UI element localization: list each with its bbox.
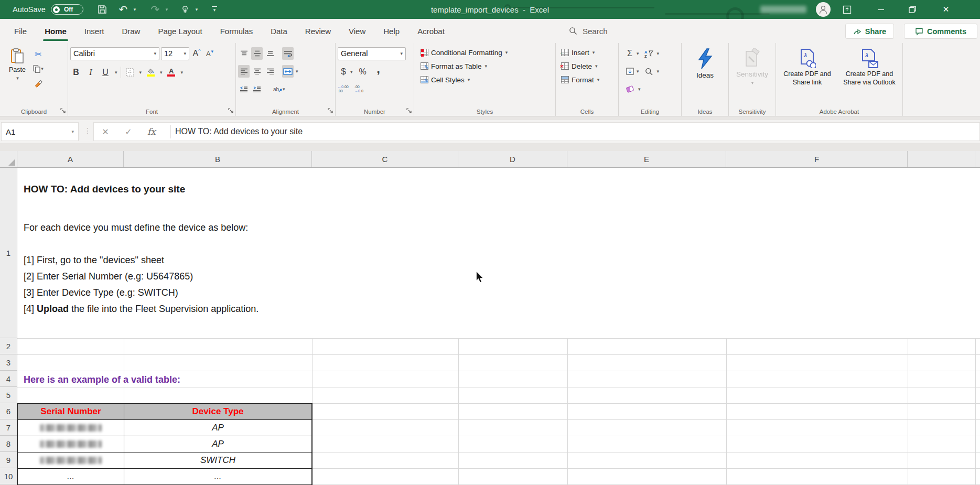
wrap-text-button[interactable] bbox=[282, 47, 294, 60]
row-header-10[interactable]: 10 bbox=[0, 468, 17, 484]
cancel-entry-button[interactable]: ✕ bbox=[94, 127, 117, 137]
align-middle-button[interactable] bbox=[251, 47, 263, 60]
align-right-button[interactable] bbox=[264, 65, 276, 78]
tab-page-layout[interactable]: Page Layout bbox=[149, 19, 211, 43]
column-header-b[interactable]: B bbox=[124, 151, 312, 167]
customize-quick-access-button[interactable]: ▾ bbox=[209, 0, 220, 19]
redo-menu-caret[interactable]: ▾ bbox=[163, 0, 170, 19]
autosum-button[interactable]: Σ bbox=[624, 47, 636, 60]
format-painter-button[interactable] bbox=[33, 77, 44, 90]
create-pdf-share-link-button[interactable]: λ Create PDF and Share link bbox=[778, 46, 836, 104]
percent-style-button[interactable]: % bbox=[357, 66, 369, 78]
tab-acrobat[interactable]: Acrobat bbox=[408, 19, 454, 43]
font-color-button[interactable]: A bbox=[166, 66, 177, 79]
autosave-toggle[interactable]: Off bbox=[51, 4, 83, 15]
ideas-button[interactable]: Ideas bbox=[684, 46, 726, 104]
delete-cells-button[interactable]: × Delete ▾ bbox=[561, 59, 616, 73]
formula-bar-drag-handle[interactable]: ⋮ bbox=[84, 126, 91, 135]
font-dialog-launcher[interactable] bbox=[228, 108, 234, 114]
tab-review[interactable]: Review bbox=[296, 19, 340, 43]
touch-mode-button[interactable] bbox=[178, 0, 192, 19]
user-avatar[interactable] bbox=[816, 2, 831, 17]
conditional-formatting-button[interactable]: Conditional Formatting ▾ bbox=[421, 46, 553, 59]
font-name-combo[interactable]: Calibri▾ bbox=[70, 47, 159, 60]
align-center-button[interactable] bbox=[251, 65, 263, 78]
number-format-combo[interactable]: General▾ bbox=[338, 47, 406, 60]
cut-button[interactable]: ✂ bbox=[33, 48, 44, 60]
row-header-3[interactable]: 3 bbox=[0, 354, 17, 371]
close-button[interactable]: ✕ bbox=[934, 0, 957, 19]
sheet-grid[interactable]: 1 2 3 4 5 6 7 8 9 10 HOW TO: Add devices… bbox=[0, 168, 980, 485]
column-header-f[interactable]: F bbox=[726, 151, 908, 167]
format-cells-button[interactable]: Format ▾ bbox=[561, 73, 616, 87]
minimize-button[interactable] bbox=[869, 0, 892, 19]
confirm-entry-button[interactable]: ✓ bbox=[117, 127, 140, 137]
tab-data[interactable]: Data bbox=[262, 19, 296, 43]
share-button[interactable]: Share bbox=[845, 24, 894, 39]
font-size-combo[interactable]: 12▾ bbox=[161, 47, 189, 60]
clipboard-dialog-launcher[interactable] bbox=[60, 108, 66, 114]
decrease-indent-button[interactable] bbox=[238, 83, 250, 95]
accounting-format-button[interactable]: $ bbox=[338, 66, 349, 78]
underline-button[interactable]: U bbox=[100, 66, 111, 79]
shrink-font-button[interactable]: A▾ bbox=[204, 47, 216, 60]
tab-file[interactable]: File bbox=[5, 19, 36, 43]
tab-formulas[interactable]: Formulas bbox=[211, 19, 262, 43]
borders-button[interactable] bbox=[124, 66, 136, 79]
column-header-e[interactable]: E bbox=[567, 151, 726, 167]
cell-styles-button[interactable]: ✎ Cell Styles ▾ bbox=[421, 73, 553, 87]
align-left-button[interactable] bbox=[238, 65, 250, 78]
tab-draw[interactable]: Draw bbox=[113, 19, 149, 43]
fill-button[interactable] bbox=[624, 65, 636, 78]
align-bottom-button[interactable] bbox=[264, 47, 276, 60]
insert-function-button[interactable]: fx bbox=[140, 126, 163, 137]
column-header-g[interactable] bbox=[908, 151, 975, 167]
undo-menu-caret[interactable]: ▾ bbox=[131, 0, 138, 19]
row-header-5[interactable]: 5 bbox=[0, 387, 17, 403]
comments-button[interactable]: Comments bbox=[904, 24, 977, 39]
column-header-d[interactable]: D bbox=[458, 151, 567, 167]
increase-indent-button[interactable] bbox=[251, 83, 263, 95]
restore-button[interactable] bbox=[901, 0, 924, 19]
comma-style-button[interactable]: , bbox=[373, 66, 384, 78]
decrease-decimal-button[interactable]: .00→0.0 bbox=[354, 82, 366, 95]
bold-button[interactable]: B bbox=[70, 66, 82, 79]
orientation-button[interactable]: ab▾ bbox=[273, 83, 285, 95]
alignment-dialog-launcher[interactable] bbox=[328, 108, 333, 114]
redo-button[interactable]: ↷ bbox=[148, 0, 162, 19]
undo-button[interactable]: ↶ bbox=[116, 0, 130, 19]
merge-center-button[interactable] bbox=[282, 65, 294, 78]
insert-cells-button[interactable]: ← Insert ▾ bbox=[561, 46, 616, 59]
grow-font-button[interactable]: A^ bbox=[191, 47, 202, 60]
paste-button[interactable]: Paste ▾ bbox=[2, 46, 33, 104]
row-header-1[interactable]: 1 bbox=[0, 168, 17, 338]
tab-help[interactable]: Help bbox=[374, 19, 408, 43]
create-pdf-outlook-button[interactable]: λ Create PDF and Share via Outlook bbox=[838, 46, 900, 104]
row-header-6[interactable]: 6 bbox=[0, 403, 17, 419]
select-all-corner[interactable] bbox=[0, 151, 17, 167]
sensitivity-button[interactable]: Sensitivity ▾ bbox=[731, 46, 773, 104]
row-header-7[interactable]: 7 bbox=[0, 419, 17, 436]
tab-insert[interactable]: Insert bbox=[76, 19, 113, 43]
row-header-4[interactable]: 4 bbox=[0, 371, 17, 387]
clear-button[interactable] bbox=[624, 83, 636, 95]
copy-button[interactable]: ▾ bbox=[33, 62, 44, 75]
column-header-c[interactable]: C bbox=[312, 151, 458, 167]
row-header-9[interactable]: 9 bbox=[0, 452, 17, 468]
column-header-a[interactable]: A bbox=[17, 151, 124, 167]
ribbon-display-options-button[interactable] bbox=[838, 0, 856, 19]
increase-decimal-button[interactable]: ←0.00.00 bbox=[338, 82, 349, 95]
format-as-table-button[interactable]: ✎ Format as Table ▾ bbox=[421, 59, 553, 73]
formula-bar[interactable]: ✕ ✓ fx HOW TO: Add devices to your site bbox=[93, 122, 980, 141]
row-header-8[interactable]: 8 bbox=[0, 436, 17, 452]
name-box[interactable]: A1 ▾ bbox=[1, 122, 79, 141]
tab-view[interactable]: View bbox=[340, 19, 374, 43]
align-top-button[interactable] bbox=[238, 47, 250, 60]
fill-color-button[interactable] bbox=[145, 66, 156, 79]
save-button[interactable] bbox=[93, 0, 111, 19]
sort-filter-button[interactable]: AZ bbox=[643, 47, 655, 60]
number-dialog-launcher[interactable] bbox=[406, 108, 412, 114]
find-select-button[interactable] bbox=[643, 65, 655, 78]
row-header-2[interactable]: 2 bbox=[0, 338, 17, 354]
search-box[interactable]: Search bbox=[569, 19, 608, 43]
